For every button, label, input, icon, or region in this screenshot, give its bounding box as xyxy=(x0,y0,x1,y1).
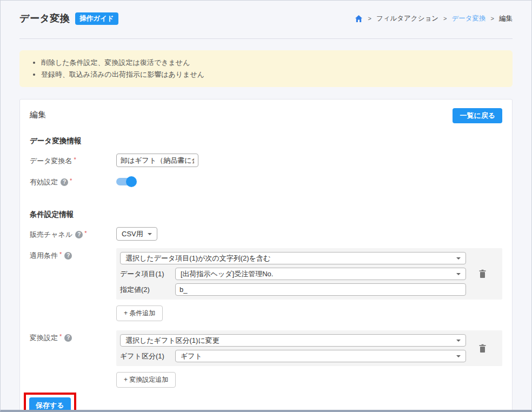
back-to-list-button[interactable]: 一覧に戻る xyxy=(453,108,502,123)
enabled-label: 有効設定 ? * xyxy=(30,175,116,187)
name-label: データ変換名* xyxy=(30,154,116,166)
save-area: 保存する xyxy=(24,393,502,411)
conversion-type-row: 選択したギフト区分(1)に変更 xyxy=(120,334,466,347)
card-title: 編集 xyxy=(30,108,46,120)
channel-label: 販売チャネル ? * xyxy=(30,227,116,240)
header-divider xyxy=(19,38,513,39)
page-header: データ変換 操作ガイド > フィルタアクション > データ変換 > 編集 xyxy=(19,1,513,25)
condition-item-select[interactable]: [出荷指示ヘッダ]受注管理No. xyxy=(175,268,466,280)
breadcrumb-item-edit: 編集 xyxy=(499,14,513,23)
form-row-enabled: 有効設定 ? * xyxy=(30,175,502,187)
caret-down-icon xyxy=(456,257,461,260)
name-input[interactable] xyxy=(116,154,198,167)
conversion-label: 変換設定 * ? xyxy=(30,330,116,343)
breadcrumb-separator: > xyxy=(491,15,494,22)
form-row-channel: 販売チャネル ? * CSV用 xyxy=(30,227,502,241)
breadcrumb-item-filter-action[interactable]: フィルタアクション xyxy=(376,14,438,23)
page-title: データ変換 xyxy=(19,12,70,25)
condition-value-label: 指定値(2) xyxy=(120,285,175,295)
page: データ変換 操作ガイド > フィルタアクション > データ変換 > 編集 削除し… xyxy=(1,1,531,411)
form-row-name: データ変換名* xyxy=(30,154,502,167)
breadcrumb: > フィルタアクション > データ変換 > 編集 xyxy=(355,14,513,23)
gift-type-select[interactable]: ギフト xyxy=(175,350,466,362)
condition-panel: 選択したデータ項目(1)が次の文字列(2)を含む データ項目(1) [出荷指示ヘ… xyxy=(116,248,502,300)
required-mark: * xyxy=(70,177,72,184)
toggle-knob xyxy=(126,176,137,187)
annotation-highlight: 保存する xyxy=(24,393,76,411)
edit-card: 編集 一覧に戻る データ変換情報 データ変換名* 有効設定 ? * 条件設定情報 xyxy=(19,99,513,411)
required-mark: * xyxy=(84,230,87,236)
caret-down-icon xyxy=(456,355,461,357)
trash-icon[interactable] xyxy=(478,344,487,353)
channel-select[interactable]: CSV用 xyxy=(116,227,157,241)
add-condition-button[interactable]: + 条件追加 xyxy=(116,305,163,321)
breadcrumb-separator: > xyxy=(443,15,447,22)
condition-item-label: データ項目(1) xyxy=(120,269,175,279)
guide-badge-button[interactable]: 操作ガイド xyxy=(75,12,118,25)
add-conversion-button[interactable]: + 変換設定追加 xyxy=(116,372,176,388)
form-row-condition: 適用条件 * ? 選択したデータ項目(1)が次の文字列(2)を含む データ項目(… xyxy=(30,248,502,300)
enabled-toggle[interactable] xyxy=(116,176,137,187)
caret-down-icon xyxy=(456,340,461,342)
condition-label: 適用条件 * ? xyxy=(30,248,116,261)
condition-type-row: 選択したデータ項目(1)が次の文字列(2)を含む xyxy=(120,252,466,264)
conversion-gift-row: ギフト区分(1) ギフト xyxy=(120,350,466,362)
notice-item: 登録時、取込み済みの出荷指示に影響はありません xyxy=(41,69,502,81)
help-icon[interactable]: ? xyxy=(64,334,72,342)
section-header-condition: 条件設定情報 xyxy=(30,210,502,220)
help-icon[interactable]: ? xyxy=(75,231,83,238)
title-wrap: データ変換 操作ガイド xyxy=(19,12,118,25)
card-header: 編集 一覧に戻る xyxy=(30,108,502,123)
save-button[interactable]: 保存する xyxy=(29,397,71,411)
form-row-conversion: 変換設定 * ? 選択したギフト区分(1)に変更 ギフト区分(1) xyxy=(30,330,502,366)
notice-item: 削除した条件設定、変換設定は復活できません xyxy=(41,57,502,69)
home-icon[interactable] xyxy=(355,15,363,23)
condition-item-row: データ項目(1) [出荷指示ヘッダ]受注管理No. xyxy=(120,268,466,280)
condition-type-select[interactable]: 選択したデータ項目(1)が次の文字列(2)を含む xyxy=(120,252,466,264)
trash-icon[interactable] xyxy=(478,269,487,278)
conversion-trash-area xyxy=(466,334,498,362)
condition-value-input[interactable] xyxy=(175,283,466,296)
required-mark: * xyxy=(59,251,62,257)
caret-down-icon xyxy=(456,273,461,275)
breadcrumb-separator: > xyxy=(368,15,371,22)
required-mark: * xyxy=(74,156,76,163)
condition-trash-area xyxy=(466,252,498,296)
conversion-panel: 選択したギフト区分(1)に変更 ギフト区分(1) ギフト xyxy=(116,330,502,366)
caret-down-icon xyxy=(148,233,152,235)
condition-value-row: 指定値(2) xyxy=(120,283,466,296)
conversion-type-select[interactable]: 選択したギフト区分(1)に変更 xyxy=(120,334,466,347)
condition-panel-main: 選択したデータ項目(1)が次の文字列(2)を含む データ項目(1) [出荷指示ヘ… xyxy=(120,252,466,296)
gift-type-label: ギフト区分(1) xyxy=(120,351,175,361)
section-header-info: データ変換情報 xyxy=(30,136,502,146)
notice-box: 削除した条件設定、変換設定は復活できません 登録時、取込み済みの出荷指示に影響は… xyxy=(19,50,513,87)
conversion-panel-main: 選択したギフト区分(1)に変更 ギフト区分(1) ギフト xyxy=(120,334,466,362)
notice-list: 削除した条件設定、変換設定は復活できません 登録時、取込み済みの出荷指示に影響は… xyxy=(30,57,502,81)
breadcrumb-item-data-conversion[interactable]: データ変換 xyxy=(451,14,486,23)
help-icon[interactable]: ? xyxy=(61,178,68,186)
help-icon[interactable]: ? xyxy=(64,252,72,260)
required-mark: * xyxy=(59,333,62,340)
